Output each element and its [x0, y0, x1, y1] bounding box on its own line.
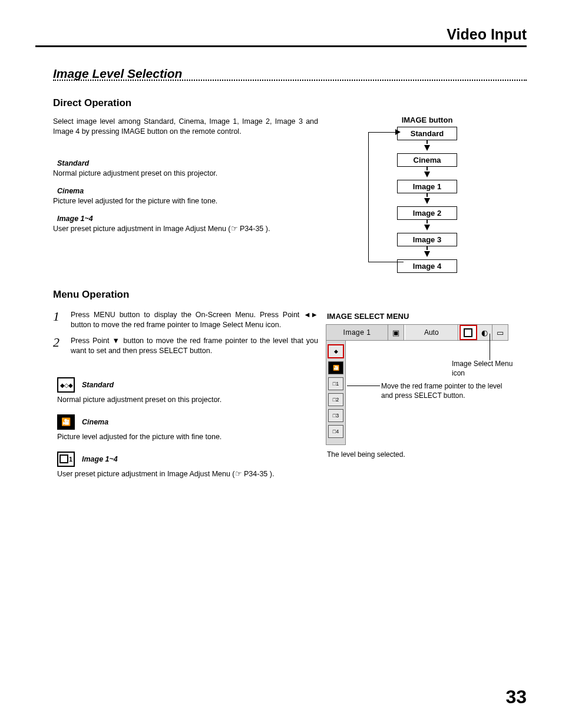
menu-definitions: ◆◇◆ Standard Normal picture adjustment p… [57, 377, 316, 489]
def-image14: 1 Image 1~4 User preset picture adjustme… [57, 452, 316, 479]
side-item-image1: □1 [328, 377, 343, 390]
def-title: Cinema [82, 418, 108, 426]
side-item-standard: ◆ [328, 344, 344, 358]
flowchart-loop-bottom [368, 262, 404, 262]
flowchart-arrow-icon [424, 251, 430, 257]
direct-intro-paragraph: Select image level among Standard, Cinem… [53, 117, 318, 137]
def-desc: Normal picture adjustment preset on this… [57, 395, 316, 405]
heading-menu-operation: Menu Operation [53, 289, 129, 301]
flowchart-arrow-icon [424, 172, 430, 177]
osd-side-list: ◆ 🎦 □1 □2 □3 □4 [326, 341, 346, 445]
def-desc: Picture level adjusted for the picture w… [53, 196, 316, 206]
heading-direct-operation: Direct Operation [53, 97, 131, 109]
callout-icon-label: Image Select Menu icon [452, 360, 523, 378]
step-1: 1 Press MENU button to display the On-Sc… [53, 310, 318, 330]
direct-definitions: Standard Normal picture adjustment prese… [57, 159, 316, 242]
side-item-image2: □2 [328, 393, 343, 406]
def-desc: Normal picture adjustment preset on this… [53, 169, 316, 179]
osd-imageselect-icon [459, 325, 477, 340]
def-image14: Image 1~4 User preset picture adjustment… [57, 215, 316, 234]
cinema-icon: 🎦 [57, 414, 75, 430]
image1-icon: 1 [57, 452, 75, 467]
callout-pointer-label: Move the red frame pointer to the level … [381, 382, 511, 400]
def-title: Standard [82, 381, 114, 389]
flowchart-box-image4: Image 4 [397, 259, 457, 273]
flowchart-caption: IMAGE button [374, 116, 480, 124]
flowchart-box-cinema: Cinema [397, 153, 457, 167]
def-desc: User preset picture adjustment in Image … [57, 469, 316, 479]
flowchart-loop-line [368, 132, 369, 262]
flowchart-box-image2: Image 2 [397, 206, 457, 220]
flowchart-box-image3: Image 3 [397, 233, 457, 246]
osd-source-icon: ▣ [388, 325, 404, 340]
flowchart-loop-top [368, 132, 396, 133]
step-2: 2 Press Point ▼ button to move the red f… [53, 336, 318, 356]
flowchart-box-standard: Standard [397, 127, 457, 140]
side-item-cinema: 🎦 [328, 361, 343, 374]
step-text: Press MENU button to display the On-Scre… [71, 310, 318, 330]
def-cinema: Cinema Picture level adjusted for the pi… [57, 187, 316, 206]
dotted-rule [53, 80, 527, 81]
osd-mode-label: Auto [405, 325, 458, 340]
image-button-flowchart: IMAGE button Standard Cinema Image 1 Ima… [374, 116, 480, 273]
def-title: Cinema [57, 187, 316, 195]
page-number: 33 [505, 686, 527, 708]
side-item-image4: □4 [328, 425, 343, 438]
flowchart-arrow-icon [424, 198, 430, 204]
flowchart-loop-arrowhead-icon [395, 129, 401, 135]
def-title: Standard [57, 159, 316, 167]
def-desc: Picture level adjusted for the picture w… [57, 432, 316, 442]
menu-steps: 1 Press MENU button to display the On-Sc… [53, 310, 318, 362]
osd-top-bar: Image 1 ▣ Auto ◐ ▭ [326, 324, 508, 341]
image-select-menu-figure: Image 1 ▣ Auto ◐ ▭ ◆ 🎦 □1 □2 □3 □4 Image… [326, 324, 508, 445]
section-title: Image Level Selection [53, 67, 182, 81]
def-standard: ◆◇◆ Standard Normal picture adjustment p… [57, 377, 316, 405]
step-number: 1 [53, 310, 71, 330]
def-title: Image 1~4 [82, 455, 118, 463]
osd-screen-icon: ▭ [492, 325, 508, 340]
def-standard: Standard Normal picture adjustment prese… [57, 159, 316, 179]
top-rule [35, 45, 527, 47]
step-text: Press Point ▼ button to move the red fra… [71, 336, 318, 356]
osd-current-label: Image 1 [326, 325, 388, 340]
figure-caption-below: The level being selected. [327, 450, 405, 459]
flowchart-box-image1: Image 1 [397, 180, 457, 193]
flowchart-arrow-icon [424, 225, 430, 230]
image-select-menu-title: IMAGE SELECT MENU [327, 312, 409, 321]
flowchart-arrow-icon [424, 145, 430, 151]
def-title: Image 1~4 [57, 215, 316, 223]
side-item-image3: □3 [328, 409, 343, 422]
standard-icon: ◆◇◆ [57, 377, 75, 393]
step-number: 2 [53, 336, 71, 356]
def-desc: User preset picture adjustment in Image … [53, 224, 316, 234]
def-cinema: 🎦 Cinema Picture level adjusted for the … [57, 414, 316, 442]
page-header-title: Video Input [447, 26, 527, 43]
